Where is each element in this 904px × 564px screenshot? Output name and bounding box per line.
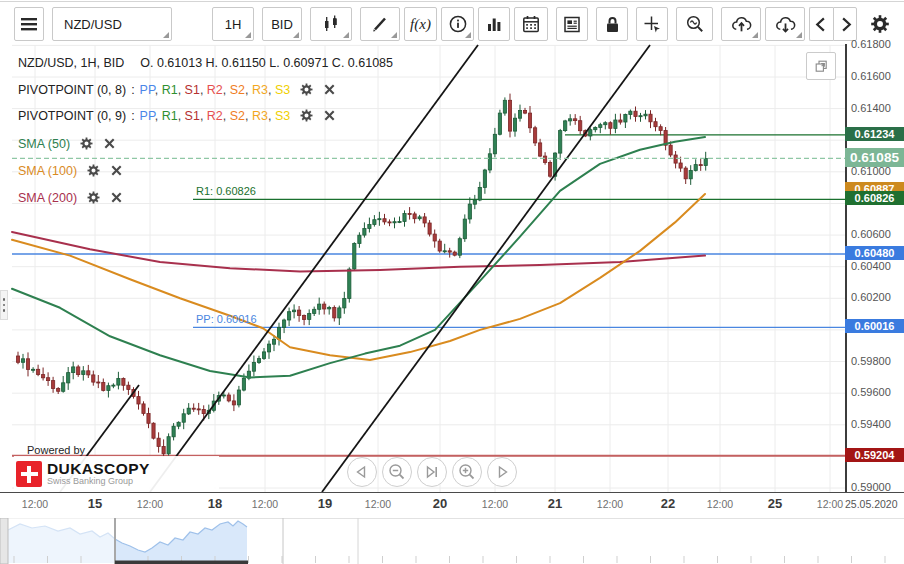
time-tick-label: 12:00: [707, 498, 733, 510]
close-icon: [110, 164, 123, 177]
navigator-chart: [0, 518, 904, 564]
gear-icon: [299, 82, 314, 97]
close-icon: [103, 137, 116, 150]
colon: :: [131, 83, 134, 97]
pivot-level-r2: R2: [207, 109, 223, 123]
zoom-out-icon: [387, 462, 407, 482]
zoom-out-button[interactable]: [382, 457, 412, 487]
time-tick-label: 12:00: [252, 498, 278, 510]
gear-icon: [86, 163, 101, 178]
pivot9-remove-button[interactable]: [323, 109, 336, 122]
brand-tagline: Swiss Banking Group: [47, 477, 150, 486]
triangle-left-icon: [352, 462, 372, 482]
pivot-level-r3: R3: [252, 109, 268, 123]
detach-icon: [813, 56, 829, 76]
sma100-remove-button[interactable]: [110, 164, 123, 177]
price-badge: 0.60480: [845, 246, 904, 260]
legend-ohlc-values: O. 0.61013 H. 0.61150 L. 0.60971 C. 0.61…: [140, 56, 393, 70]
zoom-in-button[interactable]: [452, 457, 482, 487]
time-tick-label: 22: [661, 496, 675, 511]
pivot9-legend-row: PIVOTPOINT (0, 9) : PP, R1, S1, R2, S2, …: [18, 108, 336, 123]
pivot9-name: PIVOTPOINT (0, 9): [18, 109, 126, 123]
price-badge: 0.60016: [845, 319, 904, 333]
pivot-level-pp: PP: [140, 83, 155, 97]
pivot8-legend-row: PIVOTPOINT (0, 8) : PP, R1, S1, R2, S2, …: [18, 82, 336, 97]
colon: :: [131, 109, 134, 123]
price-badge: 0.61234: [845, 127, 904, 141]
price-axis[interactable]: 0.618000.616000.614000.610000.606000.604…: [845, 0, 904, 518]
navigator-range-thumb[interactable]: [115, 561, 248, 564]
pivot-level-s2: S2: [230, 83, 245, 97]
brand-name: DUKASCOPY: [47, 461, 150, 477]
price-tick-label: 0.59800: [851, 355, 891, 367]
time-tick-label: 12:00: [817, 498, 843, 510]
sma200-remove-button[interactable]: [110, 191, 123, 204]
price-tick-label: 0.61800: [851, 38, 891, 50]
time-tick-label: 12:00: [22, 498, 48, 510]
sma100-legend-row: SMA (100): [18, 163, 123, 178]
time-tick-label: 12:00: [365, 498, 391, 510]
price-tick-label: 0.61400: [851, 102, 891, 114]
time-tick-label: 19: [318, 496, 332, 511]
pivot-line-label: PP: 0.60016: [196, 313, 257, 325]
zoom-in-icon: [457, 462, 477, 482]
sma50-label: SMA (50): [18, 137, 70, 151]
pivot9-levels: PP, R1, S1, R2, S2, R3, S3: [140, 109, 291, 123]
price-tick-label: 0.59600: [851, 386, 891, 398]
sma50-legend-row: SMA (50): [18, 136, 116, 151]
price-badge: 0.60826: [845, 191, 904, 205]
trading-chart-widget: NZD/USD 1H BID f(x) NZD/USD, 1H, BID O. …: [0, 0, 904, 564]
pivot-level-pp: PP: [140, 109, 155, 123]
powered-by-label: Powered by: [27, 444, 85, 456]
time-tick-label: 15: [88, 496, 102, 511]
time-tick-label: 12:00: [597, 498, 623, 510]
sma100-label: SMA (100): [18, 164, 77, 178]
pivot-level-r3: R3: [252, 83, 268, 97]
sma200-legend-row: SMA (200): [18, 190, 123, 205]
price-tick-label: 0.60400: [851, 260, 891, 272]
swiss-cross-icon: [16, 461, 42, 487]
navigator-minimap[interactable]: [0, 518, 904, 564]
pivot-level-r1: R1: [162, 109, 178, 123]
time-tick-label: 12:00: [482, 498, 508, 510]
pivot-line-label: R1: 0.60826: [196, 185, 256, 197]
sma100-settings-button[interactable]: [86, 163, 101, 178]
gear-icon: [299, 108, 314, 123]
chart-area[interactable]: NZD/USD, 1H, BID O. 0.61013 H. 0.61150 L…: [0, 0, 904, 518]
price-tick-label: 0.60200: [851, 291, 891, 303]
close-icon: [323, 83, 336, 96]
close-icon: [110, 191, 123, 204]
axis-date-label: 25.05.2020: [845, 498, 898, 510]
time-axis[interactable]: 25.05.2020 12:001512:001812:001912:00201…: [0, 492, 904, 519]
pivot-level-s2: S2: [230, 109, 245, 123]
panel-splitter-handle[interactable]: [0, 290, 8, 320]
skip-to-end-icon: [422, 462, 442, 482]
sma200-settings-button[interactable]: [86, 190, 101, 205]
pivot-level-s1: S1: [185, 83, 200, 97]
sma50-settings-button[interactable]: [79, 136, 94, 151]
time-tick-label: 12:00: [137, 498, 163, 510]
close-icon: [323, 109, 336, 122]
triangle-right-icon: [492, 462, 512, 482]
detach-window-button[interactable]: [806, 52, 836, 80]
legend-instrument: NZD/USD, 1H, BID: [18, 56, 124, 70]
pivot9-settings-button[interactable]: [299, 108, 314, 123]
ohlc-legend-row: NZD/USD, 1H, BID O. 0.61013 H. 0.61150 L…: [18, 56, 393, 70]
price-tick-label: 0.59400: [851, 418, 891, 430]
scroll-back-button[interactable]: [347, 457, 377, 487]
pivot-level-r2: R2: [207, 83, 223, 97]
sma50-remove-button[interactable]: [103, 137, 116, 150]
pivot-level-r1: R1: [162, 83, 178, 97]
pivot-level-s3: S3: [275, 109, 290, 123]
jump-to-end-button[interactable]: [417, 457, 447, 487]
pivot8-remove-button[interactable]: [323, 83, 336, 96]
dukascopy-logo: DUKASCOPY Swiss Banking Group: [14, 456, 219, 492]
scroll-forward-button[interactable]: [487, 457, 517, 487]
gear-icon: [86, 190, 101, 205]
gear-icon: [79, 136, 94, 151]
pivot8-name: PIVOTPOINT (0, 8): [18, 83, 126, 97]
price-badge: 0.59204: [845, 448, 904, 462]
pivot8-settings-button[interactable]: [299, 82, 314, 97]
time-tick-label: 18: [208, 496, 222, 511]
current-price-badge: 0.61085: [845, 148, 904, 167]
